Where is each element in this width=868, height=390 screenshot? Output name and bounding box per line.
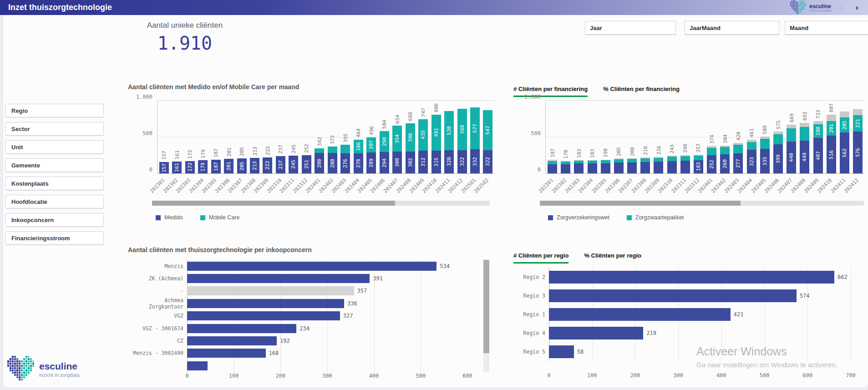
next-sheet-chevron-icon[interactable]: ›	[856, 0, 858, 15]
sidebar-item-inkoopconcern[interactable]: Inkoopconcern	[5, 213, 104, 227]
medido-segment[interactable]: 280	[328, 153, 337, 173]
medido-segment[interactable]: 320	[444, 150, 454, 173]
zorgverzekeringswet-segment[interactable]	[680, 161, 690, 173]
medido-segment[interactable]: 172	[185, 161, 195, 174]
bar-202306[interactable]: 201	[224, 159, 233, 173]
filter-maand[interactable]: Maand	[785, 21, 868, 35]
bar-202407[interactable]: 300354	[392, 126, 402, 173]
medido-segment[interactable]: 278	[354, 153, 363, 174]
zorgzwaartepakket-segment[interactable]	[707, 148, 716, 155]
sidebar-item-gemeente[interactable]: Gemeente	[5, 158, 104, 172]
zorgverzekeringswet-segment[interactable]: 576	[853, 132, 863, 173]
medido-segment[interactable]: 322	[483, 150, 492, 174]
bar-202405[interactable]: 289207	[366, 137, 376, 173]
medido-segment[interactable]: 237	[276, 156, 285, 173]
zorgverzekeringswet-segment[interactable]: 335	[760, 149, 770, 173]
zorgverzekeringswet-segment[interactable]: 440	[787, 142, 796, 173]
zorgverzekeringswet-segment[interactable]: 516	[827, 136, 836, 173]
other-segment[interactable]	[787, 125, 796, 128]
zorgzwaartepakket-segment[interactable]	[800, 127, 809, 141]
zorgverzekeringswet-segment[interactable]: 562	[840, 132, 849, 173]
bar-202302[interactable]	[561, 161, 570, 173]
other-segment[interactable]	[827, 115, 836, 121]
zorgzwaartepakket-segment[interactable]	[787, 128, 796, 142]
bar-202307[interactable]: 205	[237, 158, 247, 173]
sidebar-item-sector[interactable]: Sector	[5, 122, 104, 136]
zorgzwaartepakket-segment[interactable]	[720, 147, 730, 154]
medido-segment[interactable]: 322	[457, 150, 467, 174]
mobile-care-segment[interactable]: 435	[418, 119, 428, 151]
zorgzwaartepakket-segment[interactable]	[680, 156, 690, 161]
bar-202411[interactable]: 562205	[840, 111, 849, 173]
bar-202309[interactable]: 222	[263, 157, 272, 174]
bar-202302[interactable]: 161	[172, 162, 182, 173]
medido-segment[interactable]: 332	[470, 149, 480, 173]
medido-segment[interactable]: 205	[237, 158, 247, 173]
bar-menzis---3002400[interactable]	[187, 349, 266, 358]
zorgverzekeringswet-segment[interactable]	[548, 164, 557, 173]
mobile-care-segment[interactable]	[315, 148, 324, 153]
bar-202402[interactable]: 280	[328, 147, 337, 173]
zorgverzekeringswet-segment[interactable]: 252	[707, 155, 716, 173]
mobile-care-segment[interactable]: 547	[483, 110, 492, 150]
bar-202305[interactable]: 187	[211, 160, 221, 173]
vertical-scrollbar[interactable]	[483, 260, 489, 372]
mobile-care-segment[interactable]: 354	[392, 126, 402, 152]
bar-unlabeled[interactable]	[187, 361, 208, 370]
legend-item-medido[interactable]: Medido	[156, 214, 183, 221]
medido-segment[interactable]: 302	[406, 152, 415, 173]
bar--[interactable]	[187, 286, 354, 295]
medido-segment[interactable]: 157	[159, 162, 169, 173]
zorgverzekeringswet-segment[interactable]	[627, 162, 637, 173]
bar-202311[interactable]: 245	[289, 156, 298, 173]
zorgzwaartepakket-segment[interactable]	[747, 142, 756, 150]
bar-202411[interactable]: 320538	[444, 111, 454, 173]
tab-inactive[interactable]: % Cliënten per regio	[584, 252, 641, 263]
zorgzwaartepakket-segment[interactable]	[773, 134, 783, 144]
zorgverzekeringswet-segment[interactable]	[614, 162, 624, 173]
zorgzwaartepakket-segment[interactable]	[667, 157, 677, 161]
bar-cz[interactable]	[187, 336, 277, 345]
other-segment[interactable]	[813, 121, 823, 124]
scrollbar-thumb[interactable]	[483, 260, 489, 353]
zorgzwaartepakket-segment[interactable]: 221	[853, 115, 863, 131]
bar-202408[interactable]: 449	[800, 123, 809, 173]
medido-segment[interactable]: 187	[211, 160, 221, 173]
bar-202404[interactable]: 323	[747, 140, 756, 173]
legend-item-mobile-care[interactable]: Mobile Care	[200, 214, 239, 221]
mobile-care-segment[interactable]: 290	[380, 131, 389, 152]
bar-vgz[interactable]	[187, 311, 340, 320]
bar-202312[interactable]: 251	[302, 155, 311, 173]
bar-202303[interactable]	[574, 160, 584, 173]
mobile-care-segment[interactable]: 491	[431, 115, 441, 151]
legend-item-zorgzwaartepakket[interactable]: Zorgzwaartepakket	[627, 214, 684, 221]
prev-sheet-chevron-icon[interactable]: ‹	[839, 0, 842, 15]
bar-regio-1[interactable]	[549, 308, 731, 321]
sidebar-item-hoofdlocatie[interactable]: Hoofdlocatie	[5, 195, 104, 208]
mobile-care-segment[interactable]: 207	[366, 137, 376, 152]
zorgzwaartepakket-segment[interactable]: 201	[827, 121, 836, 136]
medido-segment[interactable]: 300	[392, 152, 402, 173]
zorgzwaartepakket-segment[interactable]: 190	[813, 124, 823, 138]
medido-segment[interactable]: 251	[302, 155, 311, 173]
mobile-care-segment[interactable]: 186	[354, 140, 363, 153]
bar-202501[interactable]: 332577	[470, 107, 480, 173]
medido-segment[interactable]: 289	[366, 152, 376, 173]
bar-202403[interactable]: 276	[340, 145, 350, 173]
zorgzwaartepakket-segment[interactable]	[640, 158, 650, 162]
bar-202401[interactable]: 280	[315, 148, 324, 173]
bar-202304[interactable]: 179	[198, 160, 208, 173]
bar-202301[interactable]	[548, 160, 557, 173]
bar-202306[interactable]	[614, 158, 624, 173]
mobile-care-segment[interactable]: 386	[406, 123, 415, 152]
sidebar-item-kostenplaats[interactable]: Kostenplaats	[5, 177, 104, 190]
zorgverzekeringswet-segment[interactable]: 183	[694, 160, 703, 173]
zorgzwaartepakket-segment[interactable]: 205	[840, 117, 849, 132]
other-segment[interactable]	[800, 123, 809, 127]
zorgverzekeringswet-segment[interactable]: 260	[720, 154, 730, 173]
bar-202309[interactable]	[654, 157, 663, 173]
zorgverzekeringswet-segment[interactable]	[640, 162, 650, 173]
zorgverzekeringswet-segment[interactable]	[561, 164, 570, 173]
zorgzwaartepakket-segment[interactable]	[548, 161, 557, 164]
mobile-care-segment[interactable]: 577	[470, 107, 480, 149]
